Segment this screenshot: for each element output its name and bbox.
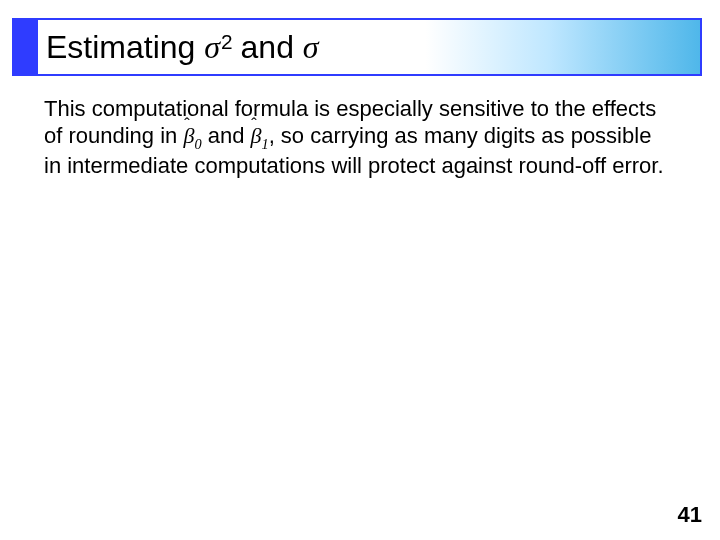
beta1-sub: 1 [261,136,268,152]
sigma-exponent: 2 [221,30,233,53]
page-number: 41 [678,502,702,528]
sigma-symbol-2: σ [303,29,319,65]
hat-icon: ˆ [251,114,257,134]
beta1-symbol: ˆβ1 [251,123,269,153]
title-mid: and [232,29,303,65]
hat-icon: ˆ [184,114,190,134]
title-prefix: Estimating [46,29,204,65]
body-paragraph: This computational formula is especially… [44,96,664,179]
beta0-symbol: ˆβ0 [183,123,201,153]
title-bar: Estimating σ2 and σ [12,18,702,76]
page-title: Estimating σ2 and σ [46,28,319,67]
body-text-2: and [202,123,251,148]
beta0-sub: 0 [194,136,201,152]
sigma-symbol: σ [204,29,220,65]
title-accent [14,20,38,74]
